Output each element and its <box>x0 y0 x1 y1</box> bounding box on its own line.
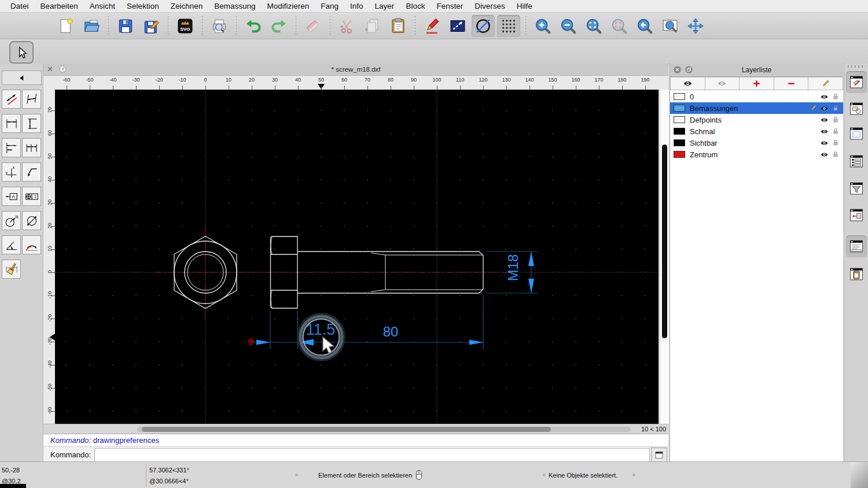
menu-ansicht[interactable]: Ansicht <box>84 0 121 13</box>
redo-button[interactable] <box>267 15 290 37</box>
h-ruler-label: -50 <box>86 77 93 83</box>
zoom-out-button[interactable] <box>557 15 580 37</box>
print-preview-button[interactable] <box>208 15 231 37</box>
menu-datei[interactable]: Datei <box>5 0 35 13</box>
layer-lock-icon[interactable] <box>832 104 840 112</box>
line-props-button[interactable] <box>446 15 469 37</box>
layer-visibility-icon[interactable] <box>820 104 829 113</box>
dock-filter-toggle[interactable] <box>846 178 867 199</box>
dim-angular-button[interactable] <box>2 235 21 254</box>
paste-button[interactable] <box>387 15 410 37</box>
dock-properties-toggle[interactable] <box>846 150 867 172</box>
menu-modifizieren[interactable]: Modifizieren <box>262 0 315 13</box>
dim-diameter-button[interactable] <box>22 211 41 230</box>
undo-icon <box>245 17 262 35</box>
dim-ordinate-button[interactable]: xy <box>2 162 21 182</box>
dim-label-button[interactable]: A <box>2 187 21 206</box>
layer-name: Sichtbar <box>690 139 820 147</box>
dock-views-toggle[interactable] <box>846 123 867 145</box>
save-button[interactable] <box>114 15 137 37</box>
layer-visibility-icon[interactable] <box>820 116 829 124</box>
layer-visibility-icon[interactable] <box>820 150 829 159</box>
menu-hilfe[interactable]: Hilfe <box>511 0 538 13</box>
layer-edit-icon[interactable] <box>809 104 817 112</box>
layer-row-sichtbar[interactable]: Sichtbar <box>670 137 843 149</box>
vertical-scrollbar[interactable] <box>660 90 669 424</box>
zoom-window-button[interactable] <box>659 15 682 37</box>
zoom-in-button[interactable] <box>531 15 554 37</box>
dock-clipboard-toggle[interactable] <box>846 263 867 285</box>
menu-block[interactable]: Block <box>400 0 431 13</box>
menu-fenster[interactable]: Fenster <box>431 0 469 13</box>
dim-arc-button[interactable] <box>22 235 41 254</box>
menu-selektion[interactable]: Selektion <box>121 0 165 13</box>
panel-close-icon[interactable] <box>672 65 682 75</box>
menu-bearbeiten[interactable]: Bearbeiten <box>35 0 84 13</box>
panel-float-icon[interactable] <box>684 65 694 75</box>
menu-fang[interactable]: Fang <box>315 0 344 13</box>
layer-row-0[interactable]: 0 <box>670 91 843 102</box>
layers-minus-button[interactable] <box>774 77 809 90</box>
open-folder-button[interactable] <box>80 15 103 37</box>
dim-leader-button[interactable] <box>22 162 41 182</box>
dim-continue-button[interactable] <box>22 138 41 157</box>
layer-row-zentrum[interactable]: Zentrum <box>670 149 843 160</box>
horizontal-scrollbar-thumb[interactable] <box>142 427 551 432</box>
layer-name: Schmal <box>690 127 820 136</box>
layers-plus-button[interactable] <box>740 77 774 90</box>
command-detach-button[interactable] <box>651 448 667 462</box>
svg-export-button[interactable]: SVG <box>174 15 197 37</box>
dock-layers-toggle[interactable] <box>846 71 867 93</box>
zoom-previous-button[interactable] <box>633 15 656 37</box>
layer-lock-icon[interactable] <box>832 93 840 101</box>
reset-button[interactable] <box>472 15 495 37</box>
layer-visibility-icon[interactable] <box>820 127 829 136</box>
layer-row-bemassungen[interactable]: Bemassungen <box>670 102 843 114</box>
layer-row-defpoints[interactable]: Defpoints <box>670 114 843 125</box>
palette-back-button[interactable] <box>2 71 42 85</box>
layer-visibility-icon[interactable] <box>820 139 829 147</box>
resize-grip[interactable] <box>851 462 868 488</box>
dim-vertical-button[interactable] <box>22 114 41 133</box>
dim-linear-button[interactable] <box>22 90 41 109</box>
layers-eye-faded-button[interactable] <box>705 77 740 90</box>
document-title: * screw_m18.dxf <box>43 64 668 75</box>
layers-eye-button[interactable] <box>670 77 705 90</box>
v-ruler-label: 40 <box>47 173 53 185</box>
v-ruler-label: 10 <box>47 243 53 254</box>
new-file-button[interactable] <box>54 15 78 37</box>
menu-info[interactable]: Info <box>344 0 369 13</box>
menu-bemassung[interactable]: Bemassung <box>208 0 261 13</box>
menu-zeichnen[interactable]: Zeichnen <box>165 0 209 13</box>
dim-baseline-button[interactable] <box>2 138 21 157</box>
layer-visibility-icon[interactable] <box>820 93 829 101</box>
layers-pencil-button[interactable] <box>808 77 843 90</box>
layer-lock-icon[interactable] <box>832 150 840 158</box>
dim-tolerance-button[interactable]: .1 <box>22 187 41 206</box>
horizontal-scrollbar[interactable] <box>137 427 631 432</box>
dock-command-toggle[interactable] <box>846 235 867 257</box>
zoom-auto-button[interactable] <box>582 15 605 37</box>
layer-lock-icon[interactable] <box>832 116 840 124</box>
pan-button[interactable] <box>684 15 707 37</box>
vertical-scrollbar-thumb[interactable] <box>662 145 667 338</box>
menu-layer[interactable]: Layer <box>369 0 400 13</box>
dim-regen-button[interactable] <box>2 260 21 279</box>
layer-lock-icon[interactable] <box>832 127 840 135</box>
layer-row-schmal[interactable]: Schmal <box>670 125 843 137</box>
pointer-tool-button[interactable] <box>9 41 34 64</box>
command-input[interactable] <box>94 448 650 462</box>
dim-radius-button[interactable]: R <box>2 211 21 230</box>
h-ruler-tick <box>599 86 599 90</box>
dim-aligned-button[interactable] <box>2 90 21 109</box>
dock-library-toggle[interactable] <box>846 204 867 226</box>
drawing-canvas[interactable]: 11.5 80 M18 <box>55 90 659 424</box>
grid-button[interactable] <box>497 15 520 37</box>
dim-horizontal-button[interactable] <box>2 114 21 133</box>
layer-lock-icon[interactable] <box>832 139 840 147</box>
pen-button[interactable] <box>421 15 444 37</box>
menu-diverses[interactable]: Diverses <box>469 0 511 13</box>
save-as-button[interactable] <box>139 15 163 37</box>
dock-blocks-toggle[interactable] <box>846 98 867 120</box>
undo-button[interactable] <box>242 15 265 37</box>
